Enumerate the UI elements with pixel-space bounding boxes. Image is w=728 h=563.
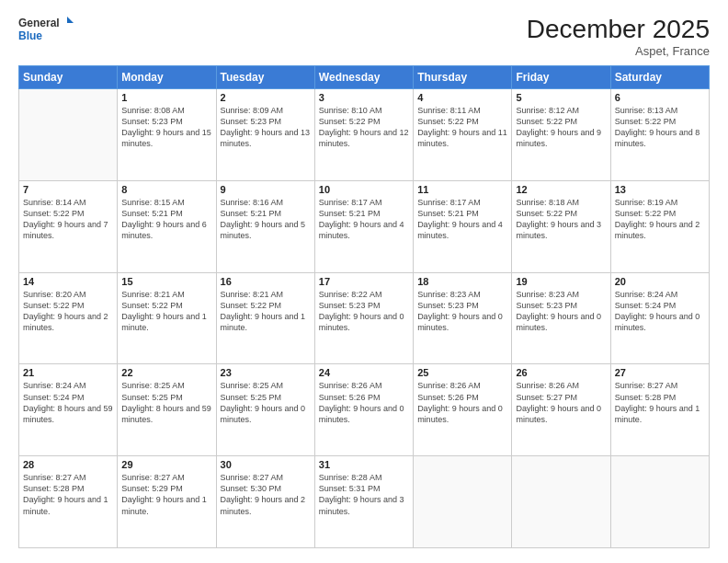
table-row: 8 Sunrise: 8:15 AMSunset: 5:21 PMDayligh… [118,180,216,272]
day-number: 2 [221,92,311,103]
day-number: 4 [417,92,507,103]
logo: General Blue [18,15,74,44]
header: General Blue December 2025 Aspet, France [18,15,710,58]
table-row: 24 Sunrise: 8:26 AMSunset: 5:26 PMDaylig… [314,364,413,456]
day-number: 20 [615,276,705,287]
day-number: 11 [417,184,507,195]
day-info: Sunrise: 8:19 AMSunset: 5:22 PMDaylight:… [615,197,705,242]
day-number: 28 [23,459,113,470]
day-number: 16 [221,276,311,287]
day-info: Sunrise: 8:27 AMSunset: 5:28 PMDaylight:… [615,380,705,425]
day-info: Sunrise: 8:11 AMSunset: 5:22 PMDaylight:… [417,105,507,150]
day-info: Sunrise: 8:27 AMSunset: 5:28 PMDaylight:… [23,472,113,517]
table-row: 21 Sunrise: 8:24 AMSunset: 5:24 PMDaylig… [19,364,118,456]
day-number: 14 [23,276,113,287]
table-row: 4 Sunrise: 8:11 AMSunset: 5:22 PMDayligh… [414,89,512,181]
day-number: 27 [615,367,705,378]
table-row: 2 Sunrise: 8:09 AMSunset: 5:23 PMDayligh… [216,89,314,181]
table-row: 14 Sunrise: 8:20 AMSunset: 5:22 PMDaylig… [19,272,118,364]
calendar-row: 7 Sunrise: 8:14 AMSunset: 5:22 PMDayligh… [19,180,710,272]
day-info: Sunrise: 8:26 AMSunset: 5:26 PMDaylight:… [319,380,409,425]
day-info: Sunrise: 8:26 AMSunset: 5:27 PMDaylight:… [516,380,606,425]
table-row: 3 Sunrise: 8:10 AMSunset: 5:22 PMDayligh… [314,89,413,181]
col-tuesday: Tuesday [216,66,314,89]
day-info: Sunrise: 8:18 AMSunset: 5:22 PMDaylight:… [516,197,606,242]
table-row: 5 Sunrise: 8:12 AMSunset: 5:22 PMDayligh… [512,89,610,181]
table-row [512,456,610,548]
col-wednesday: Wednesday [314,66,413,89]
col-sunday: Sunday [19,66,118,89]
day-info: Sunrise: 8:21 AMSunset: 5:22 PMDaylight:… [121,289,211,334]
day-info: Sunrise: 8:22 AMSunset: 5:23 PMDaylight:… [319,289,409,334]
day-number: 25 [417,367,507,378]
day-number: 17 [319,276,409,287]
day-info: Sunrise: 8:13 AMSunset: 5:22 PMDaylight:… [615,105,705,150]
day-number: 21 [23,367,113,378]
day-number: 24 [319,367,409,378]
table-row: 12 Sunrise: 8:18 AMSunset: 5:22 PMDaylig… [512,180,610,272]
day-number: 12 [516,184,606,195]
calendar-row: 14 Sunrise: 8:20 AMSunset: 5:22 PMDaylig… [19,272,710,364]
day-info: Sunrise: 8:26 AMSunset: 5:26 PMDaylight:… [417,380,507,425]
title-block: December 2025 Aspet, France [527,15,710,58]
day-info: Sunrise: 8:17 AMSunset: 5:21 PMDaylight:… [319,197,409,242]
calendar-row: 21 Sunrise: 8:24 AMSunset: 5:24 PMDaylig… [19,364,710,456]
day-info: Sunrise: 8:23 AMSunset: 5:23 PMDaylight:… [417,289,507,334]
table-row: 19 Sunrise: 8:23 AMSunset: 5:23 PMDaylig… [512,272,610,364]
svg-marker-2 [67,17,74,23]
day-info: Sunrise: 8:14 AMSunset: 5:22 PMDaylight:… [23,197,113,242]
col-friday: Friday [512,66,610,89]
table-row: 9 Sunrise: 8:16 AMSunset: 5:21 PMDayligh… [216,180,314,272]
table-row: 16 Sunrise: 8:21 AMSunset: 5:22 PMDaylig… [216,272,314,364]
day-number: 15 [121,276,211,287]
day-number: 7 [23,184,113,195]
day-number: 3 [319,92,409,103]
table-row: 27 Sunrise: 8:27 AMSunset: 5:28 PMDaylig… [610,364,709,456]
day-info: Sunrise: 8:16 AMSunset: 5:21 PMDaylight:… [221,197,311,242]
day-info: Sunrise: 8:10 AMSunset: 5:22 PMDaylight:… [319,105,409,150]
calendar-table: Sunday Monday Tuesday Wednesday Thursday… [18,65,710,548]
table-row: 31 Sunrise: 8:28 AMSunset: 5:31 PMDaylig… [314,456,413,548]
day-info: Sunrise: 8:21 AMSunset: 5:22 PMDaylight:… [221,289,311,334]
table-row: 28 Sunrise: 8:27 AMSunset: 5:28 PMDaylig… [19,456,118,548]
day-number: 6 [615,92,705,103]
table-row: 13 Sunrise: 8:19 AMSunset: 5:22 PMDaylig… [610,180,709,272]
day-number: 23 [221,367,311,378]
day-info: Sunrise: 8:25 AMSunset: 5:25 PMDaylight:… [221,380,311,425]
table-row: 6 Sunrise: 8:13 AMSunset: 5:22 PMDayligh… [610,89,709,181]
day-info: Sunrise: 8:24 AMSunset: 5:24 PMDaylight:… [23,380,113,425]
day-info: Sunrise: 8:09 AMSunset: 5:23 PMDaylight:… [221,105,311,150]
table-row: 23 Sunrise: 8:25 AMSunset: 5:25 PMDaylig… [216,364,314,456]
table-row: 25 Sunrise: 8:26 AMSunset: 5:26 PMDaylig… [414,364,512,456]
day-info: Sunrise: 8:28 AMSunset: 5:31 PMDaylight:… [319,472,409,517]
day-number: 13 [615,184,705,195]
table-row [19,89,118,181]
day-number: 8 [121,184,211,195]
day-info: Sunrise: 8:15 AMSunset: 5:21 PMDaylight:… [121,197,211,242]
table-row: 15 Sunrise: 8:21 AMSunset: 5:22 PMDaylig… [118,272,216,364]
day-info: Sunrise: 8:20 AMSunset: 5:22 PMDaylight:… [23,289,113,334]
calendar-row: 28 Sunrise: 8:27 AMSunset: 5:28 PMDaylig… [19,456,710,548]
table-row: 22 Sunrise: 8:25 AMSunset: 5:25 PMDaylig… [118,364,216,456]
day-info: Sunrise: 8:25 AMSunset: 5:25 PMDaylight:… [121,380,211,425]
month-title: December 2025 [527,15,710,44]
day-info: Sunrise: 8:27 AMSunset: 5:29 PMDaylight:… [121,472,211,517]
day-info: Sunrise: 8:17 AMSunset: 5:21 PMDaylight:… [417,197,507,242]
col-monday: Monday [118,66,216,89]
table-row: 20 Sunrise: 8:24 AMSunset: 5:24 PMDaylig… [610,272,709,364]
day-info: Sunrise: 8:24 AMSunset: 5:24 PMDaylight:… [615,289,705,334]
svg-text:General: General [18,17,60,29]
logo-svg: General Blue [18,15,74,44]
day-info: Sunrise: 8:08 AMSunset: 5:23 PMDaylight:… [121,105,211,150]
table-row: 10 Sunrise: 8:17 AMSunset: 5:21 PMDaylig… [314,180,413,272]
table-row: 29 Sunrise: 8:27 AMSunset: 5:29 PMDaylig… [118,456,216,548]
table-row: 26 Sunrise: 8:26 AMSunset: 5:27 PMDaylig… [512,364,610,456]
calendar-header-row: Sunday Monday Tuesday Wednesday Thursday… [19,66,710,89]
day-number: 31 [319,459,409,470]
table-row: 1 Sunrise: 8:08 AMSunset: 5:23 PMDayligh… [118,89,216,181]
table-row: 11 Sunrise: 8:17 AMSunset: 5:21 PMDaylig… [414,180,512,272]
table-row: 18 Sunrise: 8:23 AMSunset: 5:23 PMDaylig… [414,272,512,364]
day-number: 30 [221,459,311,470]
day-number: 26 [516,367,606,378]
col-thursday: Thursday [414,66,512,89]
